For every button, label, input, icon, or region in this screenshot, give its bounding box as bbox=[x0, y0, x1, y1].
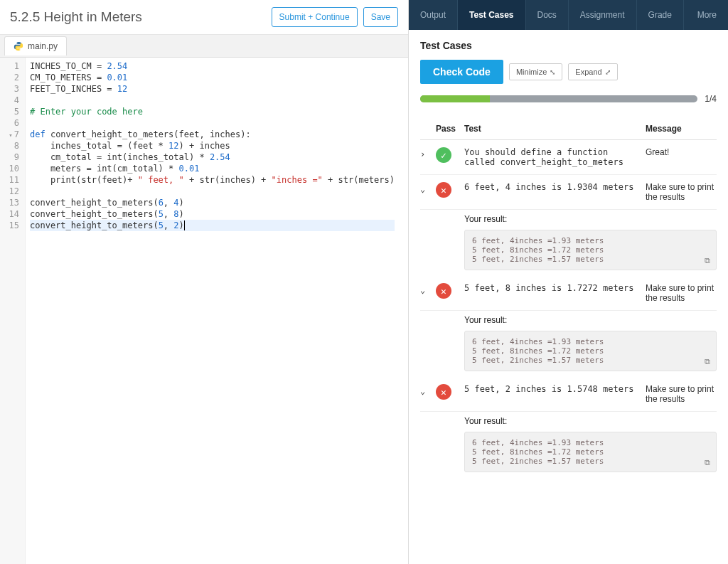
col-test-header: Test bbox=[464, 124, 646, 134]
results-pane: OutputTest CasesDocsAssignmentGradeMore … bbox=[409, 0, 728, 564]
terminal-icon[interactable]: ⧉ bbox=[705, 357, 710, 366]
test-message: Make sure to print the results bbox=[646, 283, 717, 303]
col-pass-header: Pass bbox=[436, 124, 464, 134]
x-icon: ✕ bbox=[436, 283, 451, 299]
nav-tab-docs[interactable]: Docs bbox=[526, 0, 569, 30]
col-message-header: Message bbox=[646, 124, 717, 134]
test-row: ⌄✕6 feet, 4 inches is 1.9304 metersMake … bbox=[420, 175, 717, 210]
test-row: ⌄✕5 feet, 8 inches is 1.7272 metersMake … bbox=[420, 276, 717, 311]
editor-pane: 5.2.5 Height in Meters Submit + Continue… bbox=[0, 0, 409, 564]
file-tab-bar: main.py bbox=[0, 35, 408, 58]
progress-track bbox=[420, 95, 697, 102]
result-output-box: 6 feet, 4inches =1.93 meters 5 feet, 8in… bbox=[464, 331, 717, 371]
test-description: You should define a function called conv… bbox=[464, 147, 646, 167]
check-code-button[interactable]: Check Code bbox=[420, 60, 503, 84]
file-tab-label: main.py bbox=[28, 41, 58, 51]
terminal-icon[interactable]: ⧉ bbox=[705, 458, 710, 467]
test-message: Make sure to print the results bbox=[646, 182, 717, 202]
terminal-icon[interactable]: ⧉ bbox=[705, 256, 710, 265]
nav-tab-test-cases[interactable]: Test Cases bbox=[458, 0, 525, 30]
file-tab-main[interactable]: main.py bbox=[4, 36, 67, 55]
results-body: ›✓You should define a function called co… bbox=[420, 140, 717, 472]
test-cases-panel: Test Cases Check Code Minimize ⤡ Expand … bbox=[409, 30, 728, 488]
test-row: ⌄✕5 feet, 2 inches is 1.5748 metersMake … bbox=[420, 377, 717, 412]
progress-row: 1/4 bbox=[420, 94, 717, 104]
nav-tab-output[interactable]: Output bbox=[409, 0, 458, 30]
line-gutter: 123456▾789101112131415 bbox=[0, 58, 26, 564]
submit-continue-button[interactable]: Submit + Continue bbox=[272, 7, 358, 27]
your-result-label: Your result: bbox=[420, 311, 717, 326]
expand-icon: ⤢ bbox=[605, 68, 611, 76]
result-output-box: 6 feet, 4inches =1.93 meters 5 feet, 8in… bbox=[464, 432, 717, 472]
minimize-label: Minimize bbox=[516, 68, 547, 76]
right-nav: OutputTest CasesDocsAssignmentGradeMore bbox=[409, 0, 728, 30]
python-icon bbox=[14, 41, 23, 51]
nav-tab-more[interactable]: More bbox=[686, 0, 728, 30]
test-description: 6 feet, 4 inches is 1.9304 meters bbox=[464, 182, 646, 192]
test-message: Make sure to print the results bbox=[646, 384, 717, 404]
your-result-label: Your result: bbox=[420, 210, 717, 225]
result-output-box: 6 feet, 4inches =1.93 meters 5 feet, 8in… bbox=[464, 230, 717, 270]
minimize-button[interactable]: Minimize ⤡ bbox=[509, 63, 562, 80]
code-editor[interactable]: 123456▾789101112131415 INCHES_TO_CM = 2.… bbox=[0, 58, 408, 564]
save-button[interactable]: Save bbox=[363, 7, 398, 27]
chevron-down-icon[interactable]: ⌄ bbox=[420, 384, 436, 396]
nav-tab-grade[interactable]: Grade bbox=[637, 0, 684, 30]
progress-label: 1/4 bbox=[705, 94, 717, 104]
assignment-title: 5.2.5 Height in Meters bbox=[10, 9, 142, 25]
minimize-icon: ⤡ bbox=[550, 68, 555, 76]
test-description: 5 feet, 2 inches is 1.5748 meters bbox=[464, 384, 646, 394]
test-row: ›✓You should define a function called co… bbox=[420, 140, 717, 175]
chevron-down-icon[interactable]: ⌄ bbox=[420, 182, 436, 194]
expand-label: Expand bbox=[575, 68, 601, 76]
test-description: 5 feet, 8 inches is 1.7272 meters bbox=[464, 283, 646, 293]
x-icon: ✕ bbox=[436, 182, 451, 198]
code-lines[interactable]: INCHES_TO_CM = 2.54CM_TO_METERS = 0.01FE… bbox=[26, 58, 395, 564]
left-header: 5.2.5 Height in Meters Submit + Continue… bbox=[0, 0, 408, 35]
panel-controls: Check Code Minimize ⤡ Expand ⤢ bbox=[420, 60, 717, 84]
nav-tab-assignment[interactable]: Assignment bbox=[569, 0, 637, 30]
test-message: Great! bbox=[646, 147, 717, 157]
results-header: Pass Test Message bbox=[420, 118, 717, 140]
your-result-label: Your result: bbox=[420, 412, 717, 427]
chevron-right-icon[interactable]: › bbox=[420, 147, 436, 159]
panel-title: Test Cases bbox=[420, 40, 717, 51]
expand-button[interactable]: Expand ⤢ bbox=[568, 63, 617, 80]
check-icon: ✓ bbox=[436, 147, 451, 163]
chevron-down-icon[interactable]: ⌄ bbox=[420, 283, 436, 295]
header-actions: Submit + Continue Save bbox=[272, 7, 398, 27]
x-icon: ✕ bbox=[436, 384, 451, 400]
progress-fill bbox=[420, 95, 490, 102]
